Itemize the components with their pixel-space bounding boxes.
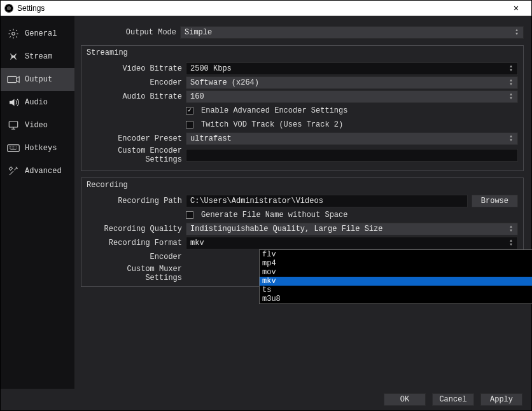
- streaming-encoder-value: Software (x264): [190, 78, 259, 87]
- recording-title: Recording: [87, 179, 518, 193]
- sidebar-label: Stream: [25, 52, 52, 61]
- twitch-vod-label: Twitch VOD Track (Uses Track 2): [201, 120, 343, 129]
- sidebar-label: General: [25, 29, 57, 38]
- output-mode-value: Simple: [185, 28, 212, 37]
- cancel-button[interactable]: Cancel: [432, 393, 474, 406]
- output-icon: [7, 74, 20, 85]
- sidebar-item-general[interactable]: General: [1, 22, 74, 45]
- format-option-mov[interactable]: mov: [260, 268, 532, 277]
- enable-advanced-label: Enable Advanced Encoder Settings: [201, 106, 347, 115]
- speaker-icon: [7, 97, 20, 108]
- custom-encoder-label: Custom Encoder Settings: [87, 146, 186, 164]
- chevron-updown-icon: ▲▼: [507, 237, 515, 249]
- chevron-updown-icon: ▲▼: [507, 223, 515, 235]
- settings-window: Settings ✕ General Stream Ou: [0, 0, 532, 411]
- recording-encoder-label: Encoder: [87, 253, 186, 261]
- window-title: Settings: [17, 4, 45, 13]
- streaming-encoder-select[interactable]: Software (x264) ▲▼: [186, 76, 518, 89]
- custom-muxer-label: Custom Muxer Settings: [87, 265, 186, 282]
- encoder-preset-select[interactable]: ultrafast ▲▼: [186, 132, 518, 145]
- enable-advanced-checkbox[interactable]: [186, 107, 193, 115]
- sidebar-item-stream[interactable]: Stream: [1, 45, 74, 68]
- titlebar-left: Settings: [4, 4, 45, 13]
- tools-icon: [7, 166, 20, 176]
- sidebar: General Stream Output Audio: [1, 16, 74, 389]
- gen-filename-checkbox[interactable]: [186, 211, 193, 219]
- gear-icon: [7, 29, 20, 39]
- app-icon: [4, 4, 13, 13]
- format-option-mkv[interactable]: mkv: [260, 277, 532, 286]
- sidebar-item-video[interactable]: Video: [1, 114, 74, 137]
- format-option-flv[interactable]: flv: [260, 250, 532, 259]
- output-mode-select[interactable]: Simple ▲▼: [180, 26, 524, 39]
- video-bitrate-label: Video Bitrate: [87, 64, 186, 73]
- main-panel: Output Mode Simple ▲▼ Streaming Video Bi…: [74, 16, 531, 389]
- audio-bitrate-value: 160: [190, 92, 204, 101]
- streaming-section: Streaming Video Bitrate 2500 Kbps ▲▼ Enc…: [81, 45, 524, 171]
- svg-rect-3: [9, 122, 18, 127]
- antenna-icon: [7, 52, 20, 62]
- sidebar-item-audio[interactable]: Audio: [1, 91, 74, 114]
- close-button[interactable]: ✕: [505, 1, 528, 15]
- audio-bitrate-select[interactable]: 160 ▲▼: [186, 90, 518, 103]
- content: General Stream Output Audio: [1, 16, 531, 389]
- sidebar-item-output[interactable]: Output: [1, 68, 74, 91]
- recording-path-input[interactable]: C:\Users\Administrator\Videos: [186, 195, 468, 207]
- chevron-updown-icon: ▲▼: [513, 27, 521, 38]
- recording-path-label: Recording Path: [87, 197, 186, 206]
- ok-button[interactable]: OK: [384, 393, 426, 406]
- video-bitrate-value: 2500 Kbps: [190, 64, 232, 73]
- recording-quality-select[interactable]: Indistinguishable Quality, Large File Si…: [186, 223, 518, 235]
- svg-point-0: [12, 32, 15, 36]
- format-option-ts[interactable]: ts: [260, 286, 532, 295]
- audio-bitrate-label: Audio Bitrate: [87, 92, 186, 101]
- sidebar-label: Video: [25, 121, 48, 130]
- stepper-updown-icon[interactable]: ▲▼: [507, 63, 515, 74]
- keyboard-icon: [7, 143, 20, 153]
- format-option-m3u8[interactable]: m3u8: [260, 295, 532, 303]
- recording-quality-label: Recording Quality: [87, 225, 186, 233]
- encoder-preset-value: ultrafast: [190, 134, 232, 143]
- output-mode-label: Output Mode: [81, 28, 180, 37]
- streaming-encoder-label: Encoder: [87, 78, 186, 87]
- monitor-icon: [7, 120, 20, 130]
- gen-filename-label: Generate File Name without Space: [201, 211, 347, 219]
- sidebar-label: Output: [25, 75, 52, 84]
- recording-quality-value: Indistinguishable Quality, Large File Si…: [190, 225, 382, 233]
- recording-format-label: Recording Format: [87, 239, 186, 247]
- custom-encoder-input[interactable]: [186, 149, 518, 162]
- recording-format-select[interactable]: mkv ▲▼: [186, 237, 518, 249]
- format-option-mp4[interactable]: mp4: [260, 259, 532, 268]
- encoder-preset-label: Encoder Preset: [87, 134, 186, 143]
- sidebar-label: Hotkeys: [25, 144, 57, 153]
- apply-button[interactable]: Apply: [480, 393, 522, 406]
- video-bitrate-input[interactable]: 2500 Kbps ▲▼: [186, 62, 518, 75]
- streaming-title: Streaming: [87, 47, 518, 61]
- sidebar-label: Advanced: [25, 167, 62, 176]
- sidebar-item-advanced[interactable]: Advanced: [1, 160, 74, 183]
- chevron-updown-icon: ▲▼: [507, 133, 515, 144]
- sidebar-label: Audio: [25, 98, 48, 107]
- twitch-vod-checkbox[interactable]: [186, 121, 193, 129]
- recording-path-value: C:\Users\Administrator\Videos: [190, 197, 323, 206]
- dialog-footer: OK Cancel Apply: [1, 389, 531, 410]
- recording-format-value: mkv: [190, 239, 204, 247]
- svg-rect-2: [8, 76, 17, 82]
- browse-button[interactable]: Browse: [472, 195, 518, 207]
- recording-format-dropdown[interactable]: flv mp4 mov mkv ts m3u8: [259, 249, 532, 304]
- svg-point-1: [13, 56, 14, 57]
- chevron-updown-icon: ▲▼: [507, 77, 515, 88]
- sidebar-item-hotkeys[interactable]: Hotkeys: [1, 137, 74, 160]
- chevron-updown-icon: ▲▼: [507, 91, 515, 102]
- titlebar: Settings ✕: [1, 1, 531, 16]
- output-mode-row: Output Mode Simple ▲▼: [81, 26, 524, 39]
